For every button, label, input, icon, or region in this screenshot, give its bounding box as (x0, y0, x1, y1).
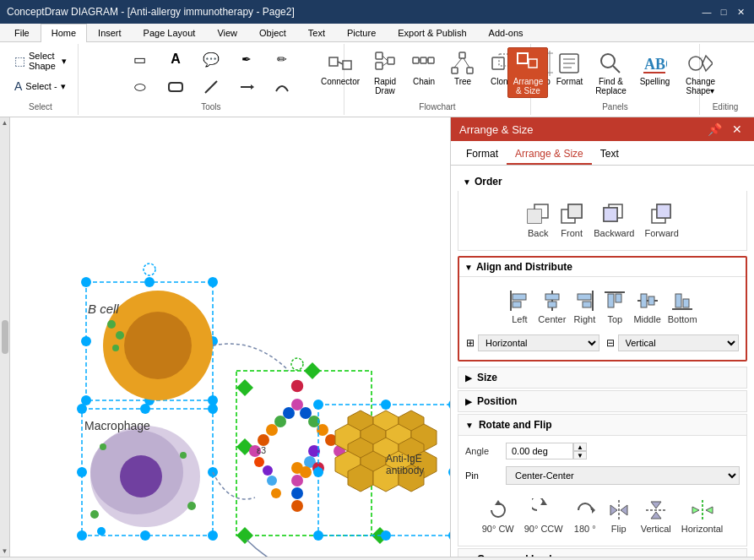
arrange-size-btn[interactable]: Arrange& Size (507, 47, 548, 98)
tool-text-btn[interactable]: A (159, 47, 193, 71)
align-middle-btn[interactable]: Middle (633, 289, 660, 324)
tab-home[interactable]: Home (41, 24, 87, 42)
vertical-select[interactable]: Vertical Canvas Selection (618, 334, 740, 351)
handle[interactable] (81, 277, 91, 287)
angle-input[interactable] (506, 443, 573, 459)
svg-point-70 (300, 407, 312, 419)
tool-arrow-btn[interactable] (230, 75, 263, 99)
align-top-btn[interactable]: Top (603, 289, 627, 324)
rapid-draw-btn[interactable]: RapidDraw (367, 47, 403, 98)
handle[interactable] (144, 277, 155, 287)
front-btn[interactable]: Front (560, 203, 583, 238)
handle[interactable] (313, 400, 323, 410)
handle[interactable] (77, 467, 87, 477)
handle[interactable] (236, 379, 253, 396)
tool-pencil-btn[interactable]: ✏ (265, 47, 299, 71)
scroll-up-btn[interactable]: ▲ (2, 119, 8, 127)
align-right-btn[interactable]: Right (572, 289, 596, 324)
tab-object[interactable]: Object (248, 24, 297, 41)
align-bottom-btn[interactable]: Bottom (668, 289, 697, 324)
tab-insert[interactable]: Insert (87, 24, 133, 41)
handle[interactable] (448, 400, 450, 410)
align-left-btn[interactable]: Left (507, 289, 531, 324)
format-btn[interactable]: Format (551, 47, 587, 89)
tab-view[interactable]: View (206, 24, 248, 41)
spelling-btn[interactable]: ABC Spelling (634, 47, 675, 89)
anti-ige-group[interactable]: Anti-IgE antibody (313, 400, 450, 541)
b-cell-group[interactable]: B cell (81, 264, 218, 405)
handle[interactable] (236, 527, 253, 544)
chain-btn[interactable]: Chain (406, 47, 442, 89)
select-shape-dropdown[interactable]: ▾ (62, 56, 67, 67)
order-header[interactable]: ▼ Order (458, 172, 747, 191)
size-header[interactable]: ▶ Size (458, 367, 747, 389)
svg-point-57 (90, 510, 99, 519)
tool-line-btn[interactable] (194, 75, 228, 99)
tab-picture[interactable]: Picture (336, 24, 387, 41)
handle[interactable] (140, 404, 150, 414)
flip-vertical-btn[interactable]: Vertical (641, 498, 671, 534)
rotate-180-btn[interactable]: 180 ° (573, 498, 597, 534)
handle[interactable] (304, 362, 321, 379)
connector-btn[interactable]: Connector (317, 47, 364, 89)
tab-export[interactable]: Export & Publish (387, 24, 477, 41)
select-text-dropdown[interactable]: ▾ (61, 81, 66, 92)
handle[interactable] (81, 336, 91, 346)
tool-rect-btn[interactable]: ▭ (123, 47, 157, 71)
select-shape-btn[interactable]: ⬚ Select Shape ▾ (8, 47, 73, 74)
align-center-btn[interactable]: Center (538, 289, 566, 324)
handle[interactable] (313, 467, 323, 477)
handle[interactable] (448, 530, 450, 541)
handle[interactable] (208, 530, 218, 541)
scroll-bar-left[interactable]: ▲ ▼ (0, 117, 10, 557)
forward-btn[interactable]: Forward (644, 203, 678, 238)
handle[interactable] (448, 467, 450, 477)
maximize-btn[interactable]: □ (717, 5, 730, 19)
find-replace-btn[interactable]: Find &Replace (590, 47, 631, 98)
close-window-btn[interactable]: ✕ (734, 5, 747, 19)
minimize-btn[interactable]: — (700, 5, 713, 19)
angle-down-btn[interactable]: ▼ (573, 451, 587, 459)
backward-btn[interactable]: Backward (594, 203, 634, 238)
align-header[interactable]: ▼ Align and Distribute (459, 258, 746, 277)
tool-pen-btn[interactable]: ✒ (230, 47, 263, 71)
back-btn[interactable]: Back (526, 203, 550, 238)
canvas-area[interactable]: B cell (10, 117, 450, 557)
macrophage-group[interactable]: Macrophage (77, 404, 218, 541)
rotate-ccw90-btn[interactable]: 90° CCW (524, 498, 563, 534)
scroll-thumb[interactable] (2, 320, 8, 354)
panel-pin-btn[interactable]: 📌 (704, 122, 725, 136)
handle[interactable] (313, 530, 323, 541)
tree-btn[interactable]: Tree (445, 47, 480, 89)
rotate-cw90-btn[interactable]: 90° CW (482, 498, 514, 534)
flip-btn[interactable]: Flip (607, 498, 631, 534)
handle[interactable] (381, 530, 391, 541)
tab-text[interactable]: Text (592, 144, 627, 165)
flip-horizontal-btn[interactable]: Horizontal (681, 498, 724, 534)
rotate-header[interactable]: ▼ Rotate and Flip (458, 414, 747, 436)
tab-arrange-size[interactable]: Arrange & Size (507, 144, 592, 165)
position-header[interactable]: ▶ Position (458, 390, 747, 412)
tab-addons[interactable]: Add-ons (478, 24, 534, 41)
tab-page-layout[interactable]: Page Layout (133, 24, 207, 41)
handle[interactable] (208, 277, 218, 287)
tool-curve-btn[interactable] (265, 75, 299, 99)
scroll-down-btn[interactable]: ▼ (2, 547, 8, 555)
tool-callout-btn[interactable]: 💬 (194, 47, 228, 71)
handle[interactable] (77, 530, 87, 541)
tab-file[interactable]: File (3, 24, 41, 41)
tab-text[interactable]: Text (297, 24, 336, 41)
handle[interactable] (381, 400, 391, 410)
select-text-btn[interactable]: A Select - ▾ (8, 76, 73, 96)
handle[interactable] (140, 530, 150, 541)
handle[interactable] (77, 404, 87, 414)
tab-format[interactable]: Format (458, 144, 507, 165)
panel-close-btn[interactable]: ✕ (729, 122, 746, 136)
tool-rounded-rect-btn[interactable] (159, 79, 193, 95)
horizontal-select[interactable]: Horizontal Canvas Selection (478, 334, 599, 351)
angle-up-btn[interactable]: ▲ (573, 443, 587, 451)
pin-dropdown[interactable]: Center-Center Top-Left Top-Center Top-Ri… (506, 466, 740, 485)
handle[interactable] (208, 404, 218, 414)
tool-ellipse-btn[interactable]: ⬭ (123, 75, 157, 99)
group-lock-header[interactable]: ▶ Group and Lock (458, 548, 747, 557)
